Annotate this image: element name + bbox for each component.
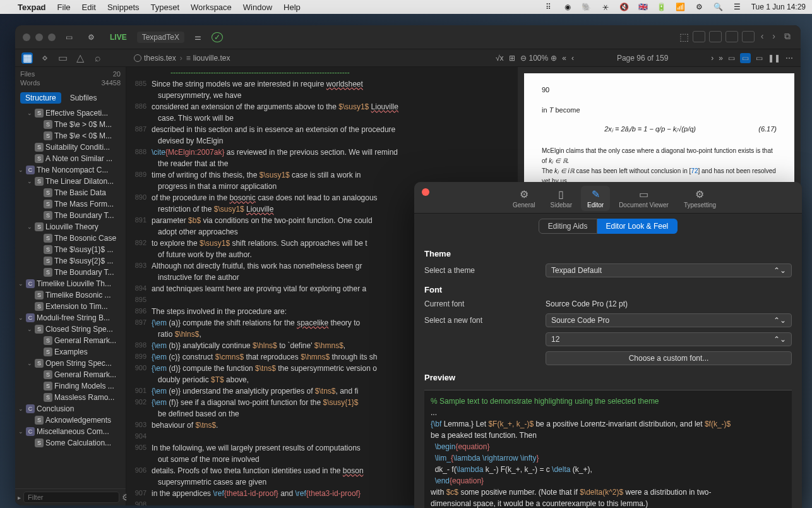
prefs-tab-general[interactable]: ⚙General xyxy=(506,186,542,211)
folder-icon[interactable]: ▭ xyxy=(57,52,68,64)
tree-item[interactable]: SThe Bosonic Case xyxy=(15,233,126,244)
app-name-menu[interactable]: Texpad xyxy=(18,3,46,12)
custom-font-button[interactable]: Choose a custom font... xyxy=(546,351,792,365)
tree-item[interactable]: ⌄CConclusion xyxy=(15,403,126,414)
breadcrumb-root[interactable]: thesis.tex xyxy=(134,54,176,63)
prefs-tab-typesetting[interactable]: ⚙Typesetting xyxy=(678,186,722,211)
tree-item[interactable]: SExamples xyxy=(15,346,126,358)
snippets-menu[interactable]: Snippets xyxy=(107,3,140,12)
bluetooth-icon[interactable]: ⚹ xyxy=(600,2,611,12)
zoom-in[interactable]: ⊕ xyxy=(551,54,557,63)
tree-item[interactable]: SA Note on Similar ... xyxy=(15,153,126,164)
export-icon[interactable]: ⬚ xyxy=(679,31,689,43)
settings-icon[interactable]: ⚙ xyxy=(83,32,100,43)
notification-icon[interactable]: ☰ xyxy=(732,2,743,12)
tree-item[interactable]: SThe Basic Data xyxy=(15,187,126,198)
tree-item[interactable]: ⌄SOpen String Spec... xyxy=(15,358,126,369)
panel-icon-1[interactable]: ▭ xyxy=(728,54,735,63)
structure-tab[interactable]: Structure xyxy=(20,92,61,104)
wifi-icon[interactable]: 📶 xyxy=(676,2,686,12)
tree-item[interactable]: SThe Boundary T... xyxy=(15,210,126,221)
history-back-all[interactable]: « xyxy=(562,54,566,63)
tree-item[interactable]: SThe $\e < 0$ M... xyxy=(15,130,126,142)
panel-icon-2[interactable]: ▭ xyxy=(740,53,751,63)
breadcrumb-current[interactable]: ≡liouville.tex xyxy=(186,54,230,63)
history-forward-all[interactable]: » xyxy=(719,54,723,63)
tree-item[interactable]: SThe $\susy{1}$ ... xyxy=(15,244,126,255)
layout-4-icon[interactable] xyxy=(742,31,755,42)
sliders-icon[interactable]: ⚌ xyxy=(189,32,206,43)
volume-icon[interactable]: 🔇 xyxy=(619,2,630,12)
structure-tree[interactable]: ⌄SEffective Spaceti...SThe $\e > 0$ M...… xyxy=(15,106,126,488)
nav-back[interactable]: ‹ xyxy=(758,31,767,43)
subtab-editing-aids[interactable]: Editing Aids xyxy=(539,219,597,234)
tree-item[interactable]: ⌄SThe Linear Dilaton... xyxy=(15,176,126,187)
external-window-icon[interactable]: ⧉ xyxy=(782,31,793,43)
prefs-tab-sidebar[interactable]: ▯Sidebar xyxy=(544,186,578,211)
tree-item[interactable]: ⌄CThe Noncompact C... xyxy=(15,164,126,176)
chevron-right-icon[interactable]: ▸ xyxy=(18,494,21,501)
tree-item[interactable]: SMassless Ramo... xyxy=(15,392,126,403)
tree-item[interactable]: SGeneral Remark... xyxy=(15,335,126,346)
language-flag[interactable]: 🇬🇧 xyxy=(638,3,648,11)
subfiles-tab[interactable]: Subfiles xyxy=(65,92,102,104)
tags-icon[interactable]: ⋄ xyxy=(39,52,51,64)
more-icon[interactable]: ⋯ xyxy=(785,54,793,63)
files-tab-icon[interactable]: ▦ xyxy=(21,52,33,64)
spotlight-icon[interactable]: 🔍 xyxy=(713,2,724,12)
history-back[interactable]: ‹ xyxy=(571,54,574,63)
sidebar-toggle-icon[interactable]: ▭ xyxy=(61,32,78,43)
layout-2-icon[interactable] xyxy=(709,31,722,42)
tree-item[interactable]: STimelike Bosonic ... xyxy=(15,289,126,301)
search-sidebar-icon[interactable]: ⌕ xyxy=(92,52,104,64)
theme-select[interactable]: Texpad Default⌃⌄ xyxy=(546,263,792,277)
tree-item[interactable]: SThe Boundary T... xyxy=(15,267,126,278)
tree-item[interactable]: ⌄SClosed String Spe... xyxy=(15,324,126,335)
minimize-button[interactable] xyxy=(35,33,43,41)
close-button[interactable] xyxy=(23,33,30,41)
zoom-button[interactable] xyxy=(48,33,56,41)
layout-3-icon[interactable] xyxy=(725,31,738,42)
help-menu[interactable]: Help xyxy=(284,3,301,12)
grid-icon[interactable]: ⊞ xyxy=(509,54,515,63)
subtab-look-feel[interactable]: Editor Look & Feel xyxy=(597,219,678,234)
font-family-select[interactable]: Source Code Pro⌃⌄ xyxy=(546,313,792,327)
history-forward[interactable]: › xyxy=(711,54,713,63)
tree-item[interactable]: SGeneral Remark... xyxy=(15,369,126,380)
document-tab[interactable]: TexpadTeX xyxy=(137,32,184,43)
workspace-menu[interactable]: Workspace xyxy=(191,3,232,12)
prefs-tab-editor[interactable]: ✎Editor xyxy=(581,186,610,211)
sqrt-icon[interactable]: √x xyxy=(496,54,504,63)
clock[interactable]: Tue 1 Jun 14:29 xyxy=(751,3,806,11)
window-menu[interactable]: Window xyxy=(243,3,272,12)
file-menu[interactable]: File xyxy=(57,3,71,12)
pause-icon[interactable]: ❚❚ xyxy=(768,54,780,63)
tree-item[interactable]: SExtension to Tim... xyxy=(15,301,126,312)
dropbox-icon[interactable]: ⠿ xyxy=(544,2,554,12)
filter-input[interactable] xyxy=(23,492,119,503)
tree-item[interactable]: SThe Mass Form... xyxy=(15,198,126,210)
nav-forward[interactable]: › xyxy=(770,31,778,43)
tree-item[interactable]: ⌄CTimelike Liouville Th... xyxy=(15,278,126,289)
battery-icon[interactable]: 🔋 xyxy=(657,2,667,12)
tree-item[interactable]: SFinding Models ... xyxy=(15,380,126,392)
typeset-menu[interactable]: Typeset xyxy=(151,3,180,12)
status-icon[interactable]: ◉ xyxy=(563,2,573,12)
tree-item[interactable]: SSuitability Conditi... xyxy=(15,142,126,153)
prefs-tab-viewer[interactable]: ▭Document Viewer xyxy=(612,186,675,211)
tree-item[interactable]: ⌄CModuli-free String B... xyxy=(15,312,126,324)
tree-item[interactable]: SSome Calculation... xyxy=(15,437,126,449)
tree-item[interactable]: ⌄SEffective Spaceti... xyxy=(15,107,126,119)
control-center-icon[interactable]: ⚙ xyxy=(695,2,705,12)
tree-item[interactable]: ⌄SLiouville Theory xyxy=(15,221,126,233)
prefs-close-button[interactable] xyxy=(422,188,429,196)
layout-1-icon[interactable] xyxy=(693,31,705,42)
zoom-out[interactable]: ⊖ xyxy=(520,54,527,63)
panel-icon-3[interactable]: ▭ xyxy=(756,54,763,63)
tree-item[interactable]: SThe $\e > 0$ M... xyxy=(15,119,126,130)
edit-menu[interactable]: Edit xyxy=(82,3,96,12)
font-size-select[interactable]: 12⌃⌄ xyxy=(546,332,792,346)
tree-item[interactable]: SAcknowledgements xyxy=(15,414,126,426)
warning-icon[interactable]: △ xyxy=(75,52,86,64)
tree-item[interactable]: ⌄CMiscellaneous Com... xyxy=(15,426,126,437)
